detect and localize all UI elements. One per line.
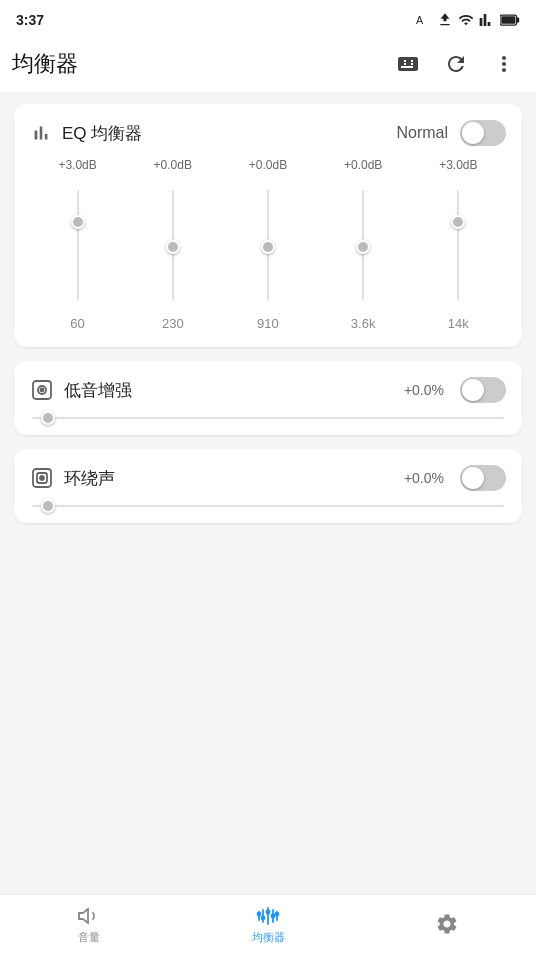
eq-track-4 <box>457 190 459 300</box>
eq-value-2: +0.0dB <box>240 158 296 172</box>
eq-freq-3: 3.6k <box>335 316 391 331</box>
eq-thumb-2[interactable] <box>261 240 275 254</box>
nav-item-equalizer[interactable]: 均衡器 <box>179 898 358 951</box>
app-bar: 均衡器 <box>0 36 536 92</box>
download-status-icon <box>437 12 453 28</box>
eq-toggle[interactable] <box>460 120 506 146</box>
more-icon <box>492 52 516 76</box>
svg-point-21 <box>276 913 279 916</box>
bass-track <box>32 417 504 419</box>
eq-sliders-row <box>30 180 506 310</box>
surround-toggle[interactable] <box>460 465 506 491</box>
eq-freq-0: 60 <box>50 316 106 331</box>
bass-left: 低音增强 <box>30 378 132 402</box>
surround-title: 环绕声 <box>64 467 115 490</box>
keyboard-icon <box>396 52 420 76</box>
eq-values-row: +3.0dB +0.0dB +0.0dB +0.0dB +3.0dB <box>30 158 506 172</box>
surround-thumb[interactable] <box>41 499 55 513</box>
equalizer-nav-icon <box>255 904 281 928</box>
eq-slider-4[interactable] <box>430 180 486 310</box>
svg-marker-10 <box>79 909 88 923</box>
eq-thumb-1[interactable] <box>166 240 180 254</box>
svg-point-17 <box>258 913 261 916</box>
bass-title: 低音增强 <box>64 379 132 402</box>
bass-icon <box>30 378 54 402</box>
main-content: EQ 均衡器 Normal +3.0dB +0.0dB +0.0dB +0.0d… <box>0 92 536 894</box>
eq-slider-3[interactable] <box>335 180 391 310</box>
surround-card: 环绕声 +0.0% <box>14 449 522 523</box>
bass-slider-row[interactable] <box>30 417 506 419</box>
surround-toggle-thumb <box>462 467 484 489</box>
refresh-icon <box>444 52 468 76</box>
eq-toggle-thumb <box>462 122 484 144</box>
svg-point-9 <box>40 476 44 480</box>
nav-label-volume: 音量 <box>78 930 100 945</box>
eq-value-1: +0.0dB <box>145 158 201 172</box>
bass-value: +0.0% <box>404 382 444 398</box>
signal-status-icon <box>479 12 495 28</box>
eq-thumb-4[interactable] <box>451 215 465 229</box>
eq-preset: Normal <box>396 124 448 142</box>
eq-track-0 <box>77 190 79 300</box>
surround-track <box>32 505 504 507</box>
settings-nav-icon <box>435 912 459 936</box>
page-title: 均衡器 <box>12 49 78 79</box>
nav-label-equalizer: 均衡器 <box>252 930 285 945</box>
nav-item-volume[interactable]: 音量 <box>0 898 179 951</box>
status-bar: 3:37 A <box>0 0 536 36</box>
equalizer-icon <box>30 122 52 144</box>
keyboard-status-icon: A <box>416 12 432 28</box>
nav-item-settings[interactable] <box>357 906 536 944</box>
keyboard-button[interactable] <box>388 44 428 84</box>
svg-point-20 <box>272 915 275 918</box>
bass-right: +0.0% <box>404 377 506 403</box>
surround-left: 环绕声 <box>30 466 115 490</box>
svg-point-6 <box>41 389 44 392</box>
eq-slider-1[interactable] <box>145 180 201 310</box>
eq-freq-4: 14k <box>430 316 486 331</box>
svg-rect-2 <box>517 18 520 23</box>
eq-freq-row: 60 230 910 3.6k 14k <box>30 316 506 331</box>
eq-slider-2[interactable] <box>240 180 296 310</box>
battery-status-icon <box>500 12 520 28</box>
status-icons: A <box>416 12 520 28</box>
bass-row: 低音增强 +0.0% <box>30 377 506 403</box>
eq-value-3: +0.0dB <box>335 158 391 172</box>
surround-value: +0.0% <box>404 470 444 486</box>
volume-nav-icon <box>77 904 101 928</box>
bass-card: 低音增强 +0.0% <box>14 361 522 435</box>
eq-card-header: EQ 均衡器 Normal <box>30 120 506 146</box>
bass-toggle[interactable] <box>460 377 506 403</box>
eq-thumb-3[interactable] <box>356 240 370 254</box>
refresh-button[interactable] <box>436 44 476 84</box>
bass-thumb[interactable] <box>41 411 55 425</box>
svg-text:A: A <box>416 14 424 26</box>
surround-icon <box>30 466 54 490</box>
svg-point-18 <box>262 917 265 920</box>
eq-freq-1: 230 <box>145 316 201 331</box>
wifi-status-icon <box>458 12 474 28</box>
bottom-nav: 音量 均衡器 <box>0 894 536 954</box>
eq-card: EQ 均衡器 Normal +3.0dB +0.0dB +0.0dB +0.0d… <box>14 104 522 347</box>
svg-rect-3 <box>501 16 515 24</box>
bass-toggle-thumb <box>462 379 484 401</box>
eq-value-4: +3.0dB <box>430 158 486 172</box>
surround-slider-row[interactable] <box>30 505 506 507</box>
eq-slider-0[interactable] <box>50 180 106 310</box>
eq-freq-2: 910 <box>240 316 296 331</box>
app-bar-actions <box>388 44 524 84</box>
eq-header-right: Normal <box>396 120 506 146</box>
status-time: 3:37 <box>16 12 44 28</box>
eq-value-0: +3.0dB <box>50 158 106 172</box>
eq-thumb-0[interactable] <box>71 215 85 229</box>
svg-point-19 <box>267 911 270 914</box>
more-button[interactable] <box>484 44 524 84</box>
eq-title: EQ 均衡器 <box>62 122 142 145</box>
surround-row: 环绕声 +0.0% <box>30 465 506 491</box>
surround-right: +0.0% <box>404 465 506 491</box>
eq-title-group: EQ 均衡器 <box>30 122 142 145</box>
